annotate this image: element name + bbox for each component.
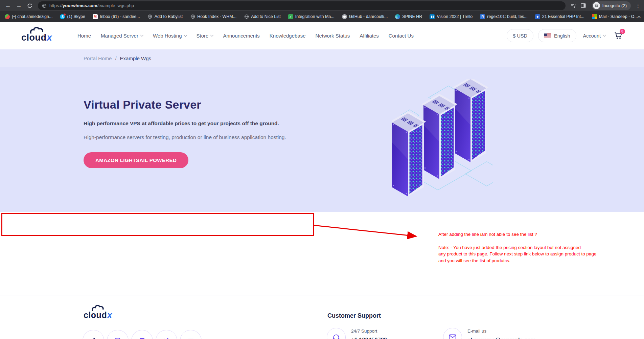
chevron-down-icon bbox=[140, 33, 144, 37]
bookmark-label: Inbox (61) - sandee... bbox=[100, 14, 140, 19]
cart-button[interactable]: 0 bbox=[614, 31, 624, 41]
bookmark-item[interactable]: ◆21 Essential PHP Int... bbox=[535, 14, 584, 19]
instagram-icon[interactable] bbox=[107, 330, 129, 339]
bookmark-item[interactable]: Hook Index - WHM... bbox=[190, 14, 236, 19]
footer: cloudx Customer Support bbox=[0, 295, 644, 339]
side-panel-icon[interactable] bbox=[579, 1, 588, 10]
github-favicon bbox=[342, 14, 347, 19]
server-illustration bbox=[392, 79, 493, 198]
phone-number[interactable]: +1 123456789 bbox=[351, 337, 387, 339]
bookmark-label: 21 Essential PHP Int... bbox=[542, 14, 584, 19]
us-flag-icon bbox=[544, 33, 551, 38]
url-text: https://yourwhmcs.com/example_wgs.php bbox=[49, 3, 134, 8]
annotation-section: After adding the line iam not able to se… bbox=[0, 212, 644, 295]
logo-text: cloud bbox=[21, 33, 47, 42]
breadcrumb-portal-home[interactable]: Portal Home bbox=[84, 55, 112, 61]
nav-item-announcements[interactable]: Announcements bbox=[223, 33, 259, 39]
nav-item-network-status[interactable]: Network Status bbox=[316, 33, 350, 39]
server-towers-graphic bbox=[392, 79, 493, 198]
menu-icon[interactable]: ⋮ bbox=[636, 3, 641, 9]
bookmarks-overflow-icon[interactable]: » bbox=[638, 14, 641, 20]
social-links bbox=[83, 330, 202, 339]
globe-glyph bbox=[42, 3, 47, 8]
side-panel-glyph bbox=[580, 3, 586, 8]
note-line: and you will see the list of produtcs. bbox=[438, 257, 628, 264]
note-line: Note: - You have just added the pricing … bbox=[438, 244, 628, 251]
bookmark-label: regex101: build, tes... bbox=[487, 14, 528, 19]
chevron-down-icon bbox=[210, 33, 214, 37]
spine-favicon bbox=[395, 14, 400, 19]
bookmark-item[interactable]: GitHub - danrcoull/... bbox=[342, 14, 388, 19]
bookmark-label: Hook Index - WHM... bbox=[197, 14, 236, 19]
account-menu[interactable]: Account bbox=[583, 33, 605, 39]
bookmark-item[interactable]: SPINE HR bbox=[395, 14, 422, 19]
nav-item-home[interactable]: Home bbox=[77, 33, 91, 39]
bookmark-item[interactable]: Mail - Sandeep - O... bbox=[592, 14, 638, 19]
bookmark-label: SPINE HR bbox=[402, 14, 422, 19]
footer-logo[interactable]: cloudx bbox=[84, 311, 112, 319]
site-logo[interactable]: cloudx bbox=[21, 29, 52, 42]
bookmark-item[interactable]: Rregex101: build, tes... bbox=[480, 14, 528, 19]
bookmark-item[interactable]: MInbox (61) - sandee... bbox=[93, 14, 140, 19]
back-icon[interactable]: ← bbox=[3, 1, 13, 10]
language-selector[interactable]: English bbox=[538, 29, 576, 42]
incognito-badge[interactable]: Incognito (2) bbox=[592, 1, 631, 10]
trello-favicon bbox=[430, 14, 435, 19]
browser-window: ← → https://yourwhmcs.com/example_wgs.ph… bbox=[0, 0, 644, 339]
globe-favicon bbox=[190, 14, 195, 19]
bookmark-item[interactable]: Add to Nice List bbox=[244, 14, 281, 19]
amazon-lightsail-button[interactable]: AMAZON LIGHTSAIL POWERED bbox=[84, 152, 188, 168]
nav-item-affiliates[interactable]: Affiliates bbox=[360, 33, 378, 39]
bookmark-item[interactable]: ✓Integration with Ma... bbox=[288, 14, 335, 19]
php-favicon: ◆ bbox=[535, 14, 540, 19]
youtube-icon[interactable] bbox=[180, 330, 202, 339]
nav-label: Managed Server bbox=[101, 33, 138, 39]
bookmark-item[interactable]: Add to Babylist bbox=[147, 14, 183, 19]
bookmark-label: Add to Babylist bbox=[155, 14, 183, 19]
currency-selector[interactable]: $ USD bbox=[507, 29, 533, 42]
email-address[interactable]: changeme@example.com bbox=[467, 337, 536, 339]
chevron-down-icon bbox=[184, 33, 187, 37]
url-path: /example_wgs.php bbox=[97, 3, 134, 8]
bookmark-label: Add to Nice List bbox=[251, 14, 281, 19]
bookmark-item[interactable]: Vision 2022 | Trello bbox=[430, 14, 473, 19]
media-controls-icon[interactable] bbox=[569, 1, 578, 10]
phone-support-label: 24/7 Support bbox=[351, 329, 387, 334]
nav-item-managed-server[interactable]: Managed Server bbox=[101, 33, 143, 39]
cloud-glyph bbox=[92, 304, 106, 311]
site-info-icon[interactable] bbox=[42, 3, 47, 8]
bookmark-item[interactable]: S(1) Skype bbox=[60, 14, 85, 19]
site-header: cloudx Home Managed Server Web Hosting S… bbox=[0, 22, 644, 49]
media-controls-glyph bbox=[570, 3, 576, 9]
breadcrumb-current: Example Wgs bbox=[120, 55, 152, 61]
linkedin-icon[interactable] bbox=[131, 330, 153, 339]
page-title: Virtual Private Server bbox=[84, 98, 320, 111]
nav-item-knowledgebase[interactable]: Knowledgebase bbox=[270, 33, 306, 39]
hero-description: High-performance servers for testing, pr… bbox=[84, 134, 320, 140]
skype-favicon: S bbox=[60, 14, 65, 19]
main-nav: Home Managed Server Web Hosting Store An… bbox=[77, 33, 414, 39]
note-line: any product to this page. Follow next st… bbox=[438, 251, 628, 257]
reload-icon[interactable] bbox=[25, 1, 34, 10]
address-bar[interactable]: https://yourwhmcs.com/example_wgs.php bbox=[38, 1, 566, 10]
footer-logo-x: x bbox=[107, 311, 112, 319]
footer-logo-text: cloud bbox=[84, 311, 107, 319]
facebook-icon[interactable] bbox=[83, 330, 104, 339]
bookmark-label: Mail - Sandeep - O... bbox=[599, 14, 638, 19]
email-support-block: E-mail us changeme@example.com bbox=[443, 328, 536, 339]
annotation-question: After adding the line iam not able to se… bbox=[438, 231, 628, 238]
nav-item-store[interactable]: Store bbox=[197, 33, 213, 39]
twitter-icon[interactable] bbox=[156, 330, 177, 339]
forward-icon[interactable]: → bbox=[14, 1, 24, 10]
customer-support-heading: Customer Support bbox=[327, 312, 381, 319]
gmail-favicon: M bbox=[93, 14, 98, 19]
bookmark-item[interactable]: (•) chat.shinedezign... bbox=[5, 14, 52, 19]
nav-label: Store bbox=[197, 33, 209, 39]
hero-section: Virtual Private Server High performance … bbox=[0, 67, 644, 212]
url-scheme: https:// bbox=[49, 3, 63, 8]
bookmark-label: (•) chat.shinedezign... bbox=[12, 14, 52, 19]
nav-item-contact-us[interactable]: Contact Us bbox=[389, 33, 414, 39]
incognito-label: Incognito (2) bbox=[602, 3, 627, 8]
nav-item-web-hosting[interactable]: Web Hosting bbox=[153, 33, 187, 39]
incognito-glyph bbox=[594, 3, 599, 8]
